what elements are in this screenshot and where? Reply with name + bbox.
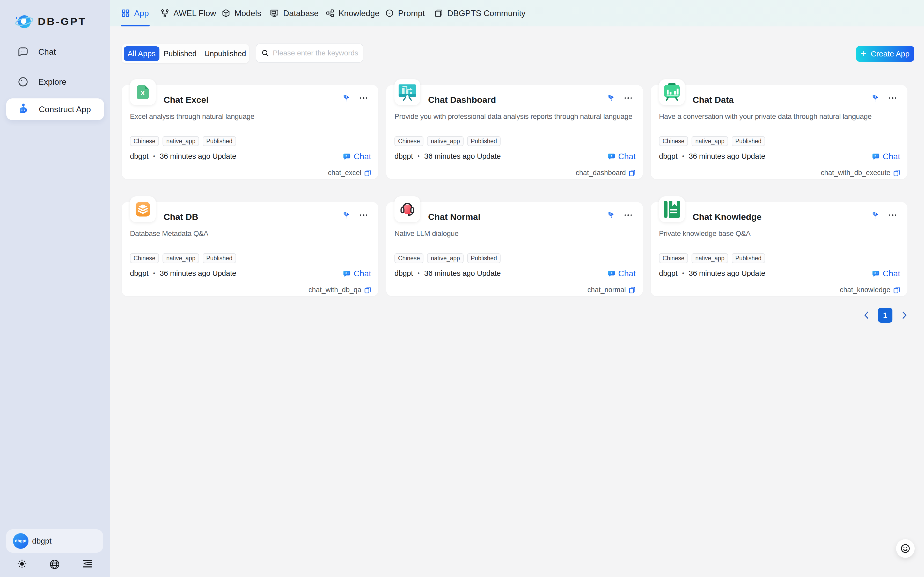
svg-text:x: x: [141, 89, 145, 97]
